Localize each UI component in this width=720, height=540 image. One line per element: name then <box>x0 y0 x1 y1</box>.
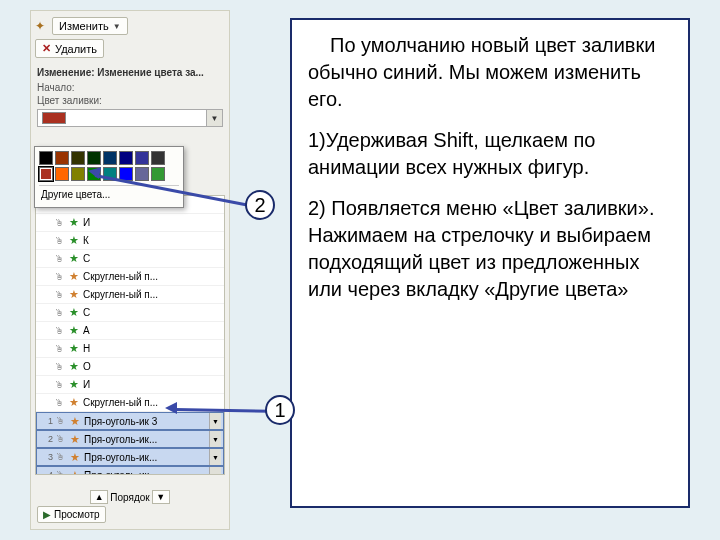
item-dropdown-arrow[interactable]: ▼ <box>209 413 221 429</box>
effect-type-icon: ★ <box>69 433 81 445</box>
color-swatch[interactable] <box>55 167 69 181</box>
color-dropdown-arrow[interactable]: ▼ <box>206 110 222 126</box>
fill-color-field[interactable]: ▼ <box>37 109 223 127</box>
delete-icon: ✕ <box>42 42 51 55</box>
item-number: 3 <box>39 452 53 462</box>
animation-item[interactable]: 🖱★Скруглен-ый п... <box>36 268 224 286</box>
mouse-icon: 🖱 <box>55 290 65 300</box>
animation-item[interactable]: 🖱★К <box>36 232 224 250</box>
play-icon: ▶ <box>43 509 51 520</box>
mouse-icon: 🖱 <box>55 254 65 264</box>
item-dropdown-arrow[interactable]: ▼ <box>209 449 221 465</box>
color-swatch[interactable] <box>55 151 69 165</box>
animation-pane: ✦ Изменить ▼ ✕ Удалить Изменение: Измене… <box>30 10 230 530</box>
effect-type-icon: ★ <box>68 361 80 373</box>
item-label: Пря-оуголь-ик 3 <box>84 416 206 427</box>
color-swatch[interactable] <box>71 167 85 181</box>
effect-type-icon: ★ <box>68 397 80 409</box>
item-label: С <box>83 253 222 264</box>
effect-type-icon: ★ <box>68 235 80 247</box>
animation-list: 🖱★Н🖱★И🖱★К🖱★С🖱★Скруглен-ый п...🖱★Скруглен… <box>35 195 225 475</box>
color-swatch[interactable] <box>87 151 101 165</box>
item-label: К <box>83 235 222 246</box>
animation-item[interactable]: 1🖱★Пря-оуголь-ик 3▼ <box>36 412 224 430</box>
effect-type-icon: ★ <box>68 307 80 319</box>
effect-type-icon: ★ <box>68 379 80 391</box>
effect-type-icon: ★ <box>68 217 80 229</box>
animation-item[interactable]: 🖱★С <box>36 304 224 322</box>
mouse-icon: 🖱 <box>56 452 66 462</box>
order-label: Порядок <box>110 492 149 503</box>
effect-type-icon: ★ <box>69 469 81 475</box>
toolbar: ✦ Изменить ▼ ✕ Удалить <box>31 11 229 64</box>
effect-icon: ✦ <box>35 19 49 33</box>
animation-item[interactable]: 🖱★И <box>36 376 224 394</box>
animation-item[interactable]: 🖱★С <box>36 250 224 268</box>
color-swatch[interactable] <box>135 151 149 165</box>
color-swatch[interactable] <box>135 167 149 181</box>
delete-button[interactable]: ✕ Удалить <box>35 39 104 58</box>
effect-type-icon: ★ <box>69 451 81 463</box>
mouse-icon: 🖱 <box>55 272 65 282</box>
mouse-icon: 🖱 <box>55 380 65 390</box>
item-number: 2 <box>39 434 53 444</box>
animation-item[interactable]: 🖱★О <box>36 358 224 376</box>
delete-label: Удалить <box>55 43 97 55</box>
change-button-row: ✦ Изменить ▼ <box>35 15 225 37</box>
mouse-icon: 🖱 <box>56 416 66 426</box>
color-swatch[interactable] <box>151 151 165 165</box>
color-swatch[interactable] <box>39 151 53 165</box>
animation-item[interactable]: 🖱★А <box>36 322 224 340</box>
item-dropdown-arrow[interactable]: ▼ <box>209 431 221 447</box>
item-number: 4 <box>39 470 53 475</box>
mouse-icon: 🖱 <box>55 308 65 318</box>
item-label: И <box>83 217 222 228</box>
animation-item[interactable]: 🖱★Н <box>36 340 224 358</box>
animation-item[interactable]: 3🖱★Пря-оуголь-ик...▼ <box>36 448 224 466</box>
color-swatch[interactable] <box>119 151 133 165</box>
move-up-button[interactable]: ▲ <box>90 490 108 504</box>
mouse-icon: 🖱 <box>55 362 65 372</box>
color-swatch[interactable] <box>71 151 85 165</box>
color-swatch[interactable] <box>151 167 165 181</box>
mouse-icon: 🖱 <box>55 218 65 228</box>
mouse-icon: 🖱 <box>55 398 65 408</box>
color-swatch[interactable] <box>103 151 117 165</box>
animation-item[interactable]: 🖱★И <box>36 214 224 232</box>
effect-type-icon: ★ <box>68 271 80 283</box>
instruction-step-1: 1)Удерживая Shift, щелкаем по анимации в… <box>308 127 672 181</box>
animation-item[interactable]: 🖱★Скруглен-ый п... <box>36 286 224 304</box>
play-button[interactable]: ▶ Просмотр <box>37 506 106 523</box>
effect-type-icon: ★ <box>68 325 80 337</box>
item-dropdown-arrow[interactable]: ▼ <box>209 467 221 475</box>
item-label: Скруглен-ый п... <box>83 289 222 300</box>
chevron-down-icon: ▼ <box>113 22 121 31</box>
move-down-button[interactable]: ▼ <box>152 490 170 504</box>
animation-item[interactable]: 2🖱★Пря-оуголь-ик...▼ <box>36 430 224 448</box>
mouse-icon: 🖱 <box>55 326 65 336</box>
callout-2: 2 <box>245 190 275 220</box>
item-number: 1 <box>39 416 53 426</box>
color-swatch[interactable] <box>39 167 53 181</box>
change-label: Изменить <box>59 20 109 32</box>
start-label: Начало: <box>31 81 229 94</box>
fill-color-label: Цвет заливки: <box>31 94 229 107</box>
item-label: О <box>83 361 222 372</box>
mouse-icon: 🖱 <box>55 344 65 354</box>
effect-type-icon: ★ <box>69 415 81 427</box>
current-color-swatch <box>42 112 66 124</box>
reorder-controls: ▲ Порядок ▼ <box>37 490 223 504</box>
item-label: Скруглен-ый п... <box>83 397 222 408</box>
arrow-2-head <box>87 165 101 179</box>
effect-type-icon: ★ <box>68 289 80 301</box>
change-button[interactable]: Изменить ▼ <box>52 17 128 35</box>
item-label: Пря-оуголь-ик... <box>84 434 206 445</box>
item-label: Скруглен-ый п... <box>83 271 222 282</box>
item-label: Н <box>83 343 222 354</box>
mouse-icon: 🖱 <box>55 236 65 246</box>
play-label: Просмотр <box>54 509 100 520</box>
animation-item[interactable]: 4🖱★Пря-оуголь-ик...▼ <box>36 466 224 475</box>
instruction-intro: По умолчанию новый цвет заливки обычно с… <box>308 32 672 113</box>
item-label: С <box>83 307 222 318</box>
item-label: И <box>83 379 222 390</box>
